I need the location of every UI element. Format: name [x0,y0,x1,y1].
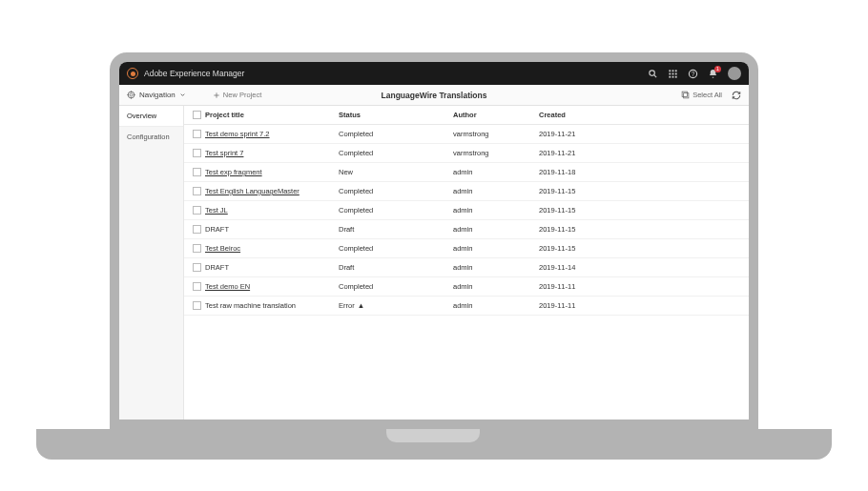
product-name: Adobe Experience Manager [144,69,244,78]
cell-status: Error▲ [339,301,453,310]
cell-title[interactable]: Test English LanguageMaster [205,187,339,195]
column-header-status[interactable]: Status [339,111,453,119]
row-checkbox[interactable] [193,149,201,157]
svg-rect-2 [669,70,671,72]
select-all-icon [681,91,690,99]
navigation-label: Navigation [139,91,176,99]
cell-title: DRAFT [205,225,339,234]
cell-author: admin [453,244,539,253]
user-avatar[interactable] [728,67,741,80]
table-row[interactable]: Test JLCompletedadmin2019-11-15 [184,201,749,220]
brand-logo-icon [127,68,138,79]
cell-created: 2019-11-15 [539,206,745,215]
cell-created: 2019-11-21 [539,149,745,157]
table-row[interactable]: Test raw machine translationError▲admin2… [184,297,749,316]
svg-rect-9 [672,75,674,77]
select-all-label: Select All [692,91,722,99]
cell-author: admin [453,206,539,215]
global-header: Adobe Experience Manager ? 1 [119,62,749,85]
refresh-icon [732,91,741,100]
new-project-label: New Project [223,91,261,99]
cell-status: Draft [339,263,453,272]
svg-point-13 [128,92,134,98]
cell-title[interactable]: Test JL [205,206,339,215]
svg-line-1 [654,74,657,77]
svg-rect-6 [672,72,674,74]
row-checkbox[interactable] [193,187,201,195]
help-icon[interactable]: ? [688,69,698,79]
cell-author: varmstrong [453,149,539,157]
cell-author: varmstrong [453,130,539,138]
svg-rect-8 [669,75,671,77]
table-row[interactable]: Test BeirocCompletedadmin2019-11-15 [184,239,749,258]
column-header-title[interactable]: Project title [205,111,339,119]
cell-title[interactable]: Test demo sprint 7.2 [205,130,339,138]
cell-status: New [339,168,453,176]
row-checkbox[interactable] [193,282,201,291]
sidebar-item-overview[interactable]: Overview [119,106,183,127]
svg-point-14 [130,93,133,96]
table-row[interactable]: DRAFTDraftadmin2019-11-14 [184,258,749,277]
svg-point-0 [650,70,655,75]
notification-badge: 1 [714,66,721,72]
row-checkbox[interactable] [193,206,201,215]
cell-created: 2019-11-15 [539,225,745,234]
svg-rect-5 [669,72,671,74]
new-project-button[interactable]: New Project [213,91,261,99]
cell-created: 2019-11-15 [539,187,745,195]
cell-title[interactable]: Test sprint 7 [205,149,339,157]
laptop-notch [386,429,480,442]
row-checkbox[interactable] [193,263,201,272]
table-row[interactable]: Test demo sprint 7.2Completedvarmstrong2… [184,125,749,144]
cell-created: 2019-11-15 [539,244,745,253]
svg-rect-22 [684,93,689,98]
row-checkbox[interactable] [193,244,201,253]
search-icon[interactable] [648,69,658,79]
sidebar: OverviewConfiguration [119,106,184,419]
svg-rect-7 [675,72,677,74]
table-row[interactable]: Test exp fragmentNewadmin2019-11-18 [184,163,749,182]
select-all-button[interactable]: Select All [681,91,722,99]
app-window: Adobe Experience Manager ? 1 [119,62,749,419]
apps-grid-icon[interactable] [668,69,678,79]
table-row[interactable]: DRAFTDraftadmin2019-11-15 [184,220,749,239]
cell-status: Draft [339,225,453,234]
header-right: ? 1 [648,67,741,80]
toolbar-right: Select All [681,91,741,100]
cell-created: 2019-11-18 [539,168,745,176]
cell-status: Completed [339,149,453,157]
body: OverviewConfiguration Project title Stat… [119,106,749,419]
cell-created: 2019-11-14 [539,263,745,272]
header-left: Adobe Experience Manager [127,68,244,79]
refresh-button[interactable] [732,91,741,100]
sidebar-item-configuration[interactable]: Configuration [119,127,183,147]
chevron-down-icon [179,92,186,98]
row-checkbox[interactable] [193,225,201,234]
cell-title: DRAFT [205,263,339,272]
error-warning-icon: ▲ [358,301,364,310]
cell-status: Completed [339,282,453,291]
header-checkbox[interactable] [193,111,201,119]
page-title: LanguageWire Translations [382,91,487,100]
cell-title[interactable]: Test Beiroc [205,244,339,253]
table-row[interactable]: Test English LanguageMasterCompletedadmi… [184,182,749,201]
column-header-author[interactable]: Author [453,111,539,119]
row-checkbox[interactable] [193,130,201,138]
cell-title[interactable]: Test exp fragment [205,168,339,176]
svg-rect-10 [675,75,677,77]
cell-author: admin [453,282,539,291]
action-toolbar: Navigation New Project LanguageWire Tran… [119,85,749,106]
notifications-icon[interactable]: 1 [708,69,718,79]
cell-author: admin [453,301,539,310]
row-checkbox[interactable] [193,301,201,310]
cell-created: 2019-11-11 [539,282,745,291]
svg-text:?: ? [692,70,695,76]
table-row[interactable]: Test sprint 7Completedvarmstrong2019-11-… [184,144,749,163]
cell-title[interactable]: Test demo EN [205,282,339,291]
row-checkbox[interactable] [193,168,201,176]
svg-rect-3 [672,70,674,72]
table-row[interactable]: Test demo ENCompletedadmin2019-11-11 [184,277,749,297]
column-header-created[interactable]: Created [539,111,745,119]
navigation-dropdown[interactable]: Navigation [127,91,186,99]
svg-rect-21 [682,92,687,96]
